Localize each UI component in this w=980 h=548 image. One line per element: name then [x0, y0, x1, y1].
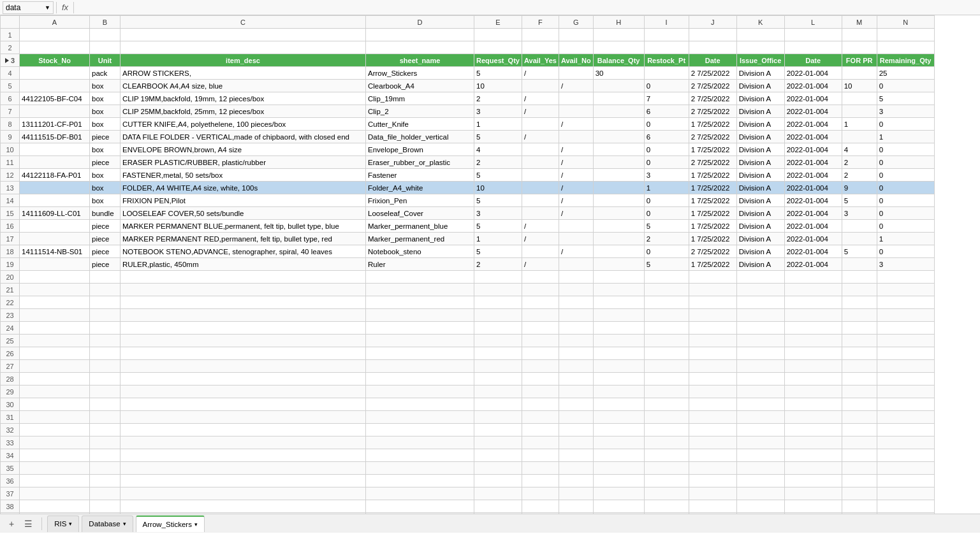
- cell-h1[interactable]: [593, 29, 644, 41]
- cell-a1[interactable]: [20, 29, 90, 41]
- cell-e[interactable]: 3: [474, 105, 522, 118]
- cell-d[interactable]: [366, 424, 474, 436]
- cell-b1[interactable]: [90, 29, 121, 41]
- header-date1[interactable]: Date: [689, 54, 736, 67]
- cell-n[interactable]: [877, 322, 934, 335]
- cell-m[interactable]: [842, 92, 877, 105]
- cell-f[interactable]: [522, 373, 559, 386]
- cell-m[interactable]: 9: [842, 182, 877, 194]
- header-sheet-name[interactable]: sheet_name: [366, 54, 474, 67]
- cell-h[interactable]: [593, 105, 644, 118]
- cell-k[interactable]: [736, 513, 784, 514]
- cell-g[interactable]: [559, 233, 593, 245]
- cell-l[interactable]: [784, 386, 842, 398]
- cell-a[interactable]: [20, 436, 90, 449]
- cell-k[interactable]: Division A: [736, 245, 784, 258]
- cell-m[interactable]: [842, 335, 877, 347]
- cell-n[interactable]: [877, 386, 934, 398]
- grid-wrapper[interactable]: A B C D E F G H I J K L M N 1: [0, 15, 980, 514]
- cell-a[interactable]: 44122118-FA-P01: [20, 169, 90, 182]
- col-header-l[interactable]: L: [784, 16, 842, 29]
- cell-d[interactable]: Marker_permanent_blue: [366, 220, 474, 233]
- cell-j[interactable]: [689, 411, 736, 424]
- cell-d[interactable]: Ruler: [366, 258, 474, 271]
- cell-f[interactable]: [522, 335, 559, 347]
- cell-n[interactable]: [877, 271, 934, 284]
- cell-g[interactable]: [559, 424, 593, 436]
- cell-c[interactable]: ERASER PLASTIC/RUBBER, plastic/rubber: [121, 156, 366, 169]
- cell-e[interactable]: 5: [474, 131, 522, 143]
- cell-b[interactable]: [90, 411, 121, 424]
- cell-j[interactable]: 1 7/25/2022: [689, 220, 736, 233]
- cell-d[interactable]: Clip_19mm: [366, 92, 474, 105]
- cell-g[interactable]: /: [559, 80, 593, 92]
- cell-k2[interactable]: [736, 41, 784, 54]
- cell-j[interactable]: 1 7/25/2022: [689, 207, 736, 220]
- cell-n[interactable]: [877, 449, 934, 462]
- cell-h[interactable]: [593, 347, 644, 360]
- cell-c[interactable]: [121, 322, 366, 335]
- cell-b[interactable]: [90, 360, 121, 373]
- cell-a[interactable]: [20, 386, 90, 398]
- cell-d[interactable]: [366, 373, 474, 386]
- cell-d[interactable]: Notebook_steno: [366, 245, 474, 258]
- cell-a[interactable]: [20, 322, 90, 335]
- cell-g[interactable]: [559, 309, 593, 322]
- header-restock-pt[interactable]: Restock_Pt: [644, 54, 689, 67]
- cell-m[interactable]: [842, 373, 877, 386]
- cell-l[interactable]: [784, 309, 842, 322]
- cell-f[interactable]: [522, 143, 559, 156]
- cell-j[interactable]: 2 7/25/2022: [689, 156, 736, 169]
- cell-l[interactable]: 2022-01-004: [784, 143, 842, 156]
- cell-a[interactable]: [20, 233, 90, 245]
- cell-f[interactable]: [522, 462, 559, 475]
- cell-e[interactable]: [474, 411, 522, 424]
- cell-c[interactable]: DATA FILE FOLDER - VERTICAL,made of chip…: [121, 131, 366, 143]
- cell-g[interactable]: /: [559, 245, 593, 258]
- cell-l[interactable]: 2022-01-004: [784, 258, 842, 271]
- cell-n[interactable]: [877, 500, 934, 513]
- cell-m[interactable]: [842, 436, 877, 449]
- cell-c[interactable]: ARROW STICKERS,: [121, 67, 366, 80]
- cell-j[interactable]: 1 7/25/2022: [689, 169, 736, 182]
- cell-n[interactable]: [877, 398, 934, 411]
- cell-i[interactable]: 7: [644, 92, 689, 105]
- cell-a2[interactable]: [20, 41, 90, 54]
- cell-i[interactable]: [644, 500, 689, 513]
- cell-l[interactable]: 2022-01-004: [784, 194, 842, 207]
- cell-c[interactable]: FOLDER, A4 WHITE,A4 size, white, 100s: [121, 182, 366, 194]
- cell-h[interactable]: [593, 462, 644, 475]
- cell-e[interactable]: [474, 424, 522, 436]
- cell-m[interactable]: [842, 309, 877, 322]
- cell-h[interactable]: [593, 80, 644, 92]
- cell-n[interactable]: 1: [877, 131, 934, 143]
- cell-d[interactable]: [366, 309, 474, 322]
- cell-k[interactable]: Division A: [736, 67, 784, 80]
- cell-a[interactable]: [20, 194, 90, 207]
- cell-e[interactable]: [474, 335, 522, 347]
- cell-d[interactable]: [366, 487, 474, 500]
- cell-b[interactable]: [90, 296, 121, 309]
- cell-d[interactable]: Data_file_holder_vertical: [366, 131, 474, 143]
- tab-database[interactable]: Database ▾: [82, 516, 133, 532]
- cell-d[interactable]: Marker_permanent_red: [366, 233, 474, 245]
- cell-i[interactable]: 0: [644, 156, 689, 169]
- cell-m[interactable]: [842, 67, 877, 80]
- cell-g[interactable]: [559, 92, 593, 105]
- cell-e[interactable]: [474, 296, 522, 309]
- cell-j[interactable]: [689, 436, 736, 449]
- cell-i[interactable]: 5: [644, 220, 689, 233]
- cell-a[interactable]: [20, 271, 90, 284]
- cell-g2[interactable]: [559, 41, 593, 54]
- cell-j[interactable]: 1 7/25/2022: [689, 118, 736, 131]
- cell-e[interactable]: [474, 475, 522, 487]
- cell-c[interactable]: RULER,plastic, 450mm: [121, 258, 366, 271]
- cell-b[interactable]: piece: [90, 245, 121, 258]
- cell-l[interactable]: [784, 373, 842, 386]
- cell-n[interactable]: [877, 424, 934, 436]
- cell-l[interactable]: 2022-01-004: [784, 156, 842, 169]
- cell-e[interactable]: [474, 436, 522, 449]
- cell-d[interactable]: Clip_2: [366, 105, 474, 118]
- cell-m[interactable]: 1: [842, 118, 877, 131]
- cell-k[interactable]: [736, 436, 784, 449]
